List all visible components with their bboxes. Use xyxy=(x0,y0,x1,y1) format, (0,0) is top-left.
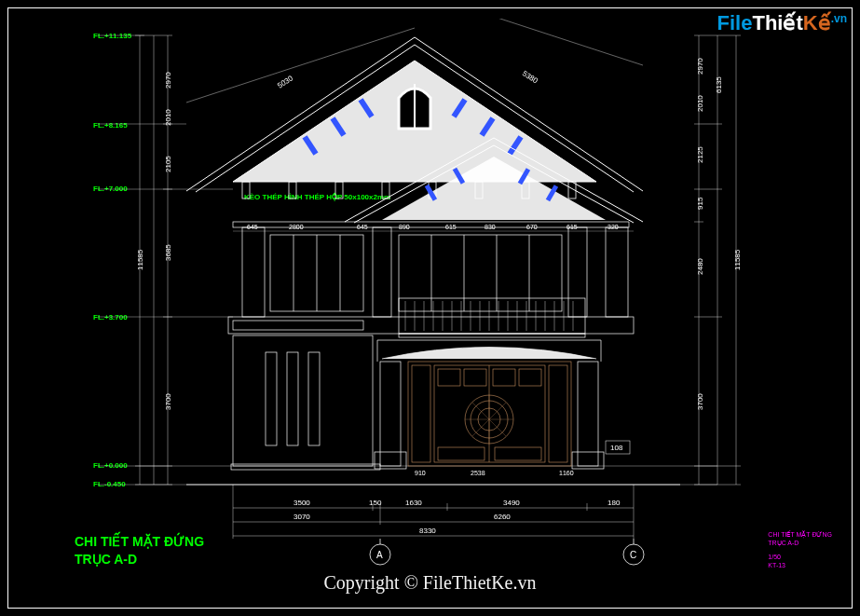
svg-rect-40 xyxy=(233,321,363,330)
dim-l4: 3685 xyxy=(164,244,172,261)
dim-m5: 615 xyxy=(445,224,457,230)
dim-m2: 2800 xyxy=(289,224,304,230)
svg-rect-34 xyxy=(399,235,562,311)
dim-r3: 2125 xyxy=(696,146,704,163)
grid-a: A xyxy=(376,550,383,560)
dim-r4: 915 xyxy=(696,197,704,210)
dim-r5: 2480 xyxy=(696,258,704,275)
svg-rect-28 xyxy=(568,227,587,317)
svg-rect-87 xyxy=(438,447,485,460)
svg-rect-74 xyxy=(434,365,545,462)
dim-l2: 2010 xyxy=(164,109,172,126)
dim-l3: 2105 xyxy=(164,156,172,172)
svg-rect-73 xyxy=(549,365,567,462)
title-line1: CHI TIẾT MẶT ĐỨNG xyxy=(75,533,204,552)
dim-l6: 11585 xyxy=(136,249,144,270)
drawing-svg: 108 A xyxy=(47,19,811,578)
dim-b7: 6260 xyxy=(494,513,511,521)
drawing-title: CHI TIẾT MẶT ĐỨNG TRỤC A-D xyxy=(75,533,204,569)
watermark-logo: FileThiếtKế.vn xyxy=(717,11,847,35)
copyright-text: Copyright © FileThietKe.vn xyxy=(0,572,860,594)
svg-rect-79 xyxy=(519,369,541,386)
grid-c: C xyxy=(630,550,636,560)
svg-rect-7 xyxy=(289,182,296,198)
dim-m8: 615 xyxy=(567,224,578,230)
svg-rect-9 xyxy=(382,182,389,198)
svg-rect-63 xyxy=(266,352,277,445)
dim-d1: 910 xyxy=(415,470,426,476)
dim-m9: 320 xyxy=(607,224,619,230)
dim-b2: 150 xyxy=(369,499,382,507)
title-line2: TRỤC A-D xyxy=(75,551,204,569)
dim-m7: 670 xyxy=(526,224,538,230)
dim-r7: 6135 xyxy=(715,76,723,93)
dim-roof1: 5030 xyxy=(276,74,294,90)
svg-rect-61 xyxy=(399,334,585,337)
node-label: 108 xyxy=(610,444,623,452)
dim-b3: 1630 xyxy=(405,499,422,507)
logo-ke: Kế xyxy=(803,11,831,34)
svg-rect-39 xyxy=(228,317,634,334)
svg-line-124 xyxy=(415,19,643,65)
dim-l1: 2970 xyxy=(164,72,172,89)
svg-rect-41 xyxy=(399,298,585,334)
logo-thiet: Thiết xyxy=(752,11,802,34)
dim-l5: 3700 xyxy=(164,393,172,410)
svg-rect-72 xyxy=(412,365,430,462)
dim-b5: 180 xyxy=(607,499,621,507)
elevation-drawing: 108 A xyxy=(47,19,811,578)
dim-m4: 890 xyxy=(399,224,410,230)
dim-r2: 2010 xyxy=(696,95,704,112)
dim-m1: 645 xyxy=(247,224,258,230)
svg-rect-66 xyxy=(380,362,401,466)
dim-d2: 2538 xyxy=(471,470,485,476)
svg-rect-77 xyxy=(464,369,486,386)
svg-rect-67 xyxy=(578,362,598,466)
svg-rect-6 xyxy=(242,182,250,198)
dim-r6: 3700 xyxy=(696,393,704,410)
dim-r1: 2970 xyxy=(696,58,704,75)
dim-roof2: 5380 xyxy=(521,69,539,86)
sheet-title1: CHI TIẾT MẶT ĐỨNG xyxy=(768,530,832,539)
logo-file: File xyxy=(717,11,753,34)
dim-d3: 1160 xyxy=(559,470,574,476)
svg-rect-78 xyxy=(493,369,515,386)
dim-m3: 645 xyxy=(357,224,368,230)
sheet-number: KT-13 xyxy=(768,561,832,569)
svg-rect-70 xyxy=(231,464,380,470)
svg-rect-26 xyxy=(242,227,265,317)
dim-m6: 830 xyxy=(485,224,496,230)
logo-vn: .vn xyxy=(831,12,847,25)
sheet-info: CHI TIẾT MẶT ĐỨNG TRỤC A-D 1/50 KT-13 xyxy=(768,530,832,569)
svg-rect-62 xyxy=(233,335,373,466)
dim-b6: 3070 xyxy=(293,513,310,521)
sheet-scale: 1/50 xyxy=(768,553,832,561)
dim-b4: 3490 xyxy=(503,499,520,507)
cad-canvas: FileThiếtKế.vn FL.+11.135 FL.+8.165 FL.+… xyxy=(0,0,860,616)
svg-rect-71 xyxy=(408,362,571,466)
svg-rect-88 xyxy=(495,447,541,460)
svg-rect-27 xyxy=(373,227,391,317)
sheet-title2: TRỤC A-D xyxy=(768,539,832,547)
svg-rect-76 xyxy=(438,369,460,386)
svg-rect-64 xyxy=(287,352,298,445)
dim-b8: 8330 xyxy=(419,527,436,535)
dim-r8: 11585 xyxy=(733,249,742,270)
dim-b1: 3500 xyxy=(293,499,310,507)
svg-rect-65 xyxy=(308,352,320,445)
svg-rect-29 xyxy=(606,227,628,317)
svg-rect-8 xyxy=(335,182,343,198)
